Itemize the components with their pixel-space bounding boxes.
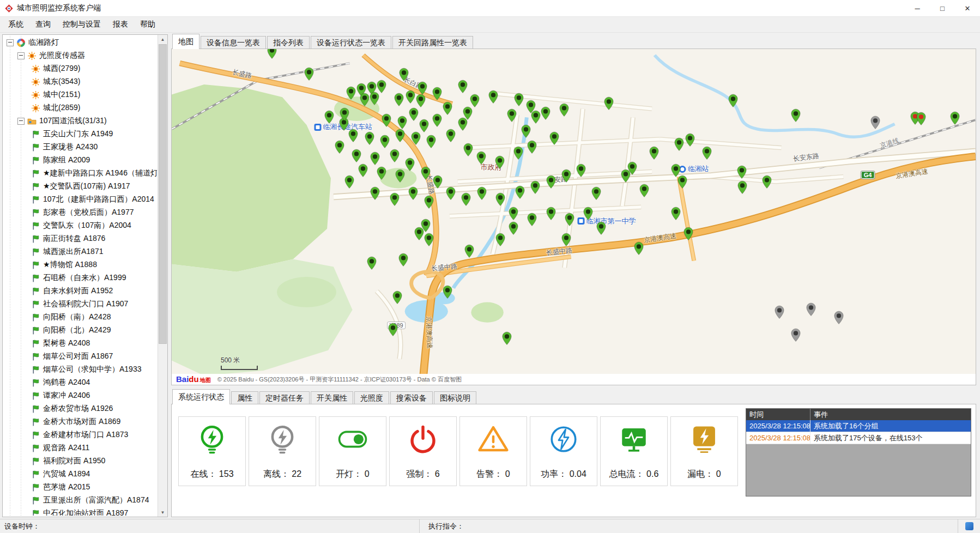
map-pin-105[interactable] xyxy=(398,253,408,267)
map-pin-106[interactable] xyxy=(367,256,377,270)
bottom-tab-0[interactable]: 系统运行状态 xyxy=(172,389,230,404)
tree-item-device-23[interactable]: 金桥建材市场门口 A1873 xyxy=(4,428,157,441)
map-pin-54[interactable] xyxy=(352,149,362,163)
map-pin-50[interactable] xyxy=(379,135,390,149)
map-pin-14[interactable] xyxy=(442,101,452,116)
map-pin-71[interactable] xyxy=(495,192,506,207)
tree-item-device-24[interactable]: 观音路 A2411 xyxy=(4,441,157,455)
tree-item-sensor-0[interactable]: 城西(2799) xyxy=(4,62,157,75)
scrollbar-thumb[interactable] xyxy=(159,44,167,344)
tree-item-device-4[interactable]: ★交警队西(107南) A1917 xyxy=(4,180,157,193)
map-pin-39[interactable] xyxy=(521,124,531,138)
map-pin-113[interactable] xyxy=(806,302,816,317)
map-pin-81[interactable] xyxy=(649,146,660,160)
map-pin-103[interactable] xyxy=(414,227,425,241)
map-pin-70[interactable] xyxy=(477,186,487,201)
tree-item-device-17[interactable]: 烟草公司对面 A1867 xyxy=(4,350,157,363)
map-pin-75[interactable] xyxy=(561,169,572,183)
tree-item-device-25[interactable]: 福利院对面 A1950 xyxy=(4,455,157,468)
tree-item-device-1[interactable]: 王家珑巷 A2430 xyxy=(4,141,157,154)
map-view[interactable]: 长白路长盛路长盛路长盛中路长盛中路长安路长安东路京港线G4京港澳高速京港澳高速京… xyxy=(171,49,976,385)
tree-item-sensor-3[interactable]: 城北(2859) xyxy=(4,101,157,114)
map-pin-115[interactable] xyxy=(790,328,801,342)
map-pin-15[interactable] xyxy=(457,80,468,94)
map-pin-96[interactable] xyxy=(683,227,694,241)
map-pin-58[interactable] xyxy=(421,166,431,180)
map-pin-13[interactable] xyxy=(432,87,442,101)
map-pin-68[interactable] xyxy=(445,186,456,201)
map-pin-91[interactable] xyxy=(546,207,556,221)
map-pin-94[interactable] xyxy=(596,221,606,235)
map-pin-90[interactable] xyxy=(527,213,537,227)
map-pin-37[interactable] xyxy=(457,117,468,131)
map-pin-51[interactable] xyxy=(364,131,374,146)
tree-item-device-8[interactable]: 南正街转盘 A1876 xyxy=(4,232,157,245)
map-pin-10[interactable] xyxy=(394,93,404,107)
map-pin-9[interactable] xyxy=(369,92,379,106)
map-pin-21[interactable] xyxy=(531,110,541,124)
log-row-0[interactable]: 2025/3/28 12:15:08系统加载了16个分组 xyxy=(746,420,971,432)
map-pin-23[interactable] xyxy=(559,103,569,117)
tree-item-device-0[interactable]: 五尖山大门东 A1949 xyxy=(4,128,157,141)
tree-item-device-7[interactable]: 交警队东（107南）A2004 xyxy=(4,219,157,232)
map-pin-76[interactable] xyxy=(576,163,586,178)
map-pin-25[interactable] xyxy=(728,94,738,108)
map-pin-83[interactable] xyxy=(677,175,687,189)
tree-item-device-14[interactable]: 向阳桥（南）A2428 xyxy=(4,311,157,324)
map-pin-38[interactable] xyxy=(506,108,517,123)
map-pin-45[interactable] xyxy=(463,143,474,157)
map-tab-1[interactable]: 设备信息一览表 xyxy=(201,36,266,49)
map-pin-33[interactable] xyxy=(397,116,408,130)
map-pin-57[interactable] xyxy=(404,158,415,172)
map-pin-28[interactable] xyxy=(949,111,960,125)
map-pin-79[interactable] xyxy=(627,161,638,175)
map-pin-18[interactable] xyxy=(488,90,499,104)
map-pin-60[interactable] xyxy=(395,169,405,183)
map-pin-111[interactable] xyxy=(870,116,880,130)
tree-item-device-29[interactable]: 中石化加油站对面 A1897 xyxy=(4,507,157,516)
map-pin-4[interactable] xyxy=(346,86,356,100)
map-pin-61[interactable] xyxy=(376,166,386,180)
map-pin-72[interactable] xyxy=(515,185,525,199)
map-pin-89[interactable] xyxy=(508,207,518,221)
map-pin-84[interactable] xyxy=(702,146,712,160)
map-pin-29[interactable] xyxy=(324,110,335,124)
map-pin-64[interactable] xyxy=(370,186,380,201)
tree-item-device-6[interactable]: 彭家巷（党校后面）A1977 xyxy=(4,206,157,219)
tree-scrollbar[interactable]: ▲ ▼ xyxy=(158,35,167,517)
bottom-tab-1[interactable]: 属性 xyxy=(231,391,258,404)
map-pin-112[interactable] xyxy=(775,305,785,319)
map-pin-100[interactable] xyxy=(495,233,506,247)
tree-item-device-2[interactable]: 陈家组 A2009 xyxy=(4,154,157,167)
map-pin-92[interactable] xyxy=(565,213,575,227)
bottom-tab-2[interactable]: 定时器任务 xyxy=(259,391,310,404)
tree-item-device-5[interactable]: 107北（建新中路路口西）A2014 xyxy=(4,193,157,206)
map-pin-12[interactable] xyxy=(416,94,426,108)
map-pin-108[interactable] xyxy=(388,323,398,337)
map-pin-56[interactable] xyxy=(389,149,400,163)
tree-item-sensor-2[interactable]: 城中(2151) xyxy=(4,88,157,101)
map-pin-41[interactable] xyxy=(527,140,537,154)
minimize-button[interactable]: ─ xyxy=(905,0,930,16)
menu-item-0[interactable]: 系统 xyxy=(2,17,29,32)
tree-item-device-27[interactable]: 芭茅塘 A2015 xyxy=(4,481,157,494)
tree-item-device-18[interactable]: 烟草公司（求知中学）A1933 xyxy=(4,363,157,376)
bottom-tab-6[interactable]: 图标说明 xyxy=(434,391,476,404)
map-pin-67[interactable] xyxy=(424,195,434,209)
map-pin-73[interactable] xyxy=(530,180,540,195)
map-pin-52[interactable] xyxy=(348,129,359,143)
bottom-tab-3[interactable]: 开关属性 xyxy=(311,391,353,404)
map-pin-107[interactable] xyxy=(392,290,403,305)
tree-item-device-15[interactable]: 向阳桥（北）A2429 xyxy=(4,324,157,337)
tree-item-device-19[interactable]: 鸿鹤巷 A2404 xyxy=(4,376,157,389)
maximize-button[interactable]: □ xyxy=(930,0,955,16)
map-pin-80[interactable] xyxy=(639,184,650,198)
map-pin-114[interactable] xyxy=(834,311,844,325)
map-pin-99[interactable] xyxy=(508,221,518,235)
tree-item-root[interactable]: 临湘路灯 xyxy=(4,36,157,49)
map-pin-93[interactable] xyxy=(583,207,594,221)
map-pin-74[interactable] xyxy=(546,175,556,189)
map-pin-22[interactable] xyxy=(540,106,551,120)
map-pin-95[interactable] xyxy=(670,207,681,221)
map-pin-34[interactable] xyxy=(408,107,419,122)
